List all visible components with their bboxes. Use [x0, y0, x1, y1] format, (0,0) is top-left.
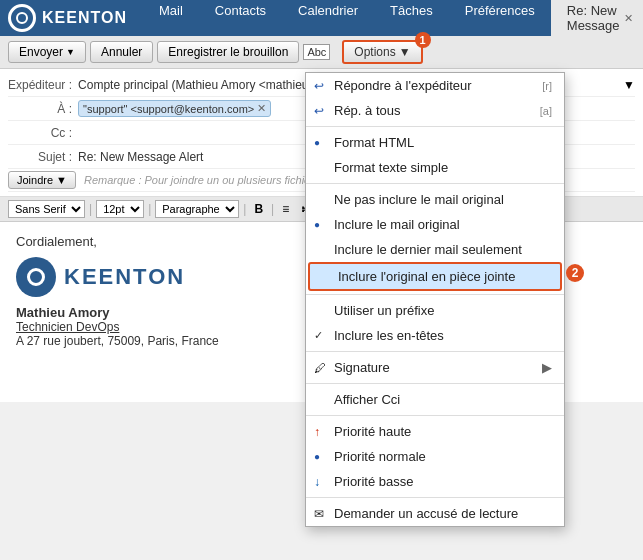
reply-all-icon: ↩ — [314, 104, 324, 118]
options-button[interactable]: Options ▼ — [342, 40, 422, 64]
dd-include-original[interactable]: Inclure le mail original — [306, 212, 564, 237]
from-label: Expéditeur : — [8, 78, 78, 92]
to-label: À : — [8, 102, 78, 116]
dd-reply-sender[interactable]: ↩ Répondre à l'expéditeur [r] — [306, 73, 564, 98]
separator-2 — [306, 183, 564, 184]
priority-low-icon: ↓ — [314, 475, 320, 489]
submenu-arrow-icon: ▶ — [542, 360, 552, 375]
separator-1 — [306, 126, 564, 127]
brand-name: KEENTON — [64, 264, 185, 290]
nav-item-taches[interactable]: Tâches — [374, 0, 449, 41]
dd-format-text[interactable]: Format texte simple — [306, 155, 564, 180]
font-size-select[interactable]: 12pt — [96, 200, 144, 218]
brand-icon-inner — [27, 268, 45, 286]
options-badge: 1 — [415, 32, 431, 48]
size-separator: | — [148, 202, 151, 216]
save-draft-button[interactable]: Enregistrer le brouillon — [157, 41, 299, 63]
dd-include-attachment-wrapper: Inclure l'original en pièce jointe 2 — [306, 262, 564, 291]
subject-label: Sujet : — [8, 150, 78, 164]
dropdown-badge: 2 — [566, 264, 584, 282]
dd-reply-all[interactable]: ↩ Rép. à tous [a] — [306, 98, 564, 123]
dd-signature[interactable]: 🖊 Signature ▶ — [306, 355, 564, 380]
cancel-label: Annuler — [101, 45, 142, 59]
dd-priority-low[interactable]: ↓ Priorité basse — [306, 469, 564, 494]
dd-include-headers[interactable]: Inclure les en-têtes — [306, 323, 564, 348]
cc-label: Cc : — [8, 126, 78, 140]
logo: KEENTON — [8, 4, 127, 32]
send-arrow-icon: ▼ — [66, 47, 75, 57]
envelope-icon: ✉ — [314, 507, 324, 521]
align-left-button[interactable]: ≡ — [278, 200, 293, 218]
separator-7 — [306, 497, 564, 498]
dd-no-original[interactable]: Ne pas inclure le mail original — [306, 187, 564, 212]
paragraph-style-select[interactable]: Paragraphe — [155, 200, 239, 218]
separator-4 — [306, 351, 564, 352]
from-dropdown-icon[interactable]: ▼ — [623, 78, 635, 92]
nav-item-mail[interactable]: Mail — [143, 0, 199, 41]
dd-include-attachment[interactable]: Inclure l'original en pièce jointe — [308, 262, 562, 291]
fmt-separator: | — [271, 202, 274, 216]
logo-icon — [8, 4, 36, 32]
font-separator: | — [89, 202, 92, 216]
attach-label: Joindre — [17, 174, 53, 186]
font-family-select[interactable]: Sans Serif — [8, 200, 85, 218]
dd-format-html[interactable]: Format HTML — [306, 130, 564, 155]
nav-item-new-message[interactable]: Re: New Message ✕ — [551, 0, 643, 41]
signature-icon: 🖊 — [314, 361, 326, 375]
cancel-button[interactable]: Annuler — [90, 41, 153, 63]
dd-read-receipt[interactable]: ✉ Demander un accusé de lecture — [306, 501, 564, 526]
options-arrow-icon: ▼ — [399, 45, 411, 59]
style-separator: | — [243, 202, 246, 216]
new-message-label: Re: New Message — [567, 3, 620, 33]
nav-items: Mail Contacts Calendrier Tâches Préféren… — [143, 0, 643, 41]
brand-icon — [16, 257, 56, 297]
priority-high-icon: ↑ — [314, 425, 320, 439]
close-tab-icon[interactable]: ✕ — [624, 12, 633, 25]
reply-icon: ↩ — [314, 79, 324, 93]
save-draft-label: Enregistrer le brouillon — [168, 45, 288, 59]
dd-priority-normal[interactable]: Priorité normale — [306, 444, 564, 469]
send-button[interactable]: Envoyer ▼ — [8, 41, 86, 63]
logo-text: KEENTON — [42, 9, 127, 27]
dd-use-prefix[interactable]: Utiliser un préfixe — [306, 298, 564, 323]
attach-button[interactable]: Joindre ▼ — [8, 171, 76, 189]
spell-check-icon[interactable]: Abc — [303, 44, 330, 60]
options-label: Options — [354, 45, 395, 59]
dd-priority-high[interactable]: ↑ Priorité haute — [306, 419, 564, 444]
nav-item-calendrier[interactable]: Calendrier — [282, 0, 374, 41]
options-dropdown: ↩ Répondre à l'expéditeur [r] ↩ Rép. à t… — [305, 72, 565, 527]
dd-show-cci[interactable]: Afficher Cci — [306, 387, 564, 412]
separator-6 — [306, 415, 564, 416]
send-label: Envoyer — [19, 45, 63, 59]
separator-3 — [306, 294, 564, 295]
separator-5 — [306, 383, 564, 384]
dd-include-last[interactable]: Inclure le dernier mail seulement — [306, 237, 564, 262]
attach-arrow-icon: ▼ — [56, 174, 67, 186]
recipient-tag: "support" <support@keenton.com> ✕ — [78, 100, 271, 117]
nav-item-preferences[interactable]: Préférences — [449, 0, 551, 41]
nav-item-contacts[interactable]: Contacts — [199, 0, 282, 41]
top-nav: KEENTON Mail Contacts Calendrier Tâches … — [0, 0, 643, 36]
logo-icon-inner — [16, 12, 28, 24]
bold-button[interactable]: B — [250, 200, 267, 218]
remove-recipient-icon[interactable]: ✕ — [257, 102, 266, 115]
